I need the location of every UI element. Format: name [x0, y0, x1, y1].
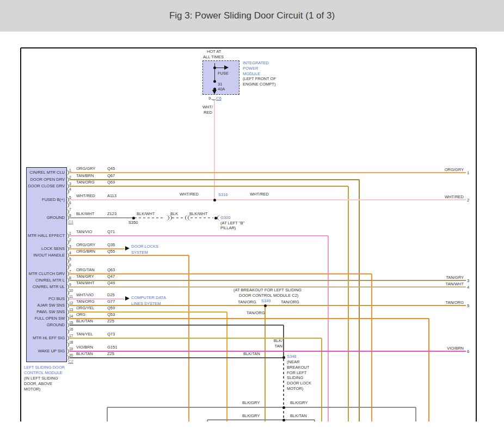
diagram-label: BLK/WHT	[76, 212, 94, 217]
diagram-label: ORG/YEL	[76, 306, 94, 311]
diagram-label: A113	[107, 194, 116, 199]
wire-blk-gry-blk-tan-bridge	[314, 420, 315, 421]
diagram-label: ENGINE COMPT)	[243, 82, 275, 87]
connector-c2-pins-number: 7	[69, 270, 71, 273]
wire-vio-brn-g151	[70, 351, 466, 352]
connector-c2-pins-number: 2	[69, 238, 71, 242]
wire-org-yel-q59	[70, 311, 227, 313]
diagram-label: BLK/TAN	[290, 414, 307, 419]
connector-c2-pins-number: 13	[69, 308, 73, 311]
computer-data-lines-system-link[interactable]: COMPUTER DATA	[131, 296, 166, 301]
diagram-label: MOTOR)	[24, 387, 40, 392]
wire-blk-tan-z25-pin15	[70, 325, 284, 326]
diagram-label: LOCK SENS	[27, 247, 65, 252]
connector-c6-link[interactable]: C6	[216, 96, 222, 101]
splice-blk-tan-dot	[282, 419, 285, 421]
connector-c2-pins-number: 5	[69, 257, 71, 261]
diagram-label: WHT/RED	[250, 192, 269, 197]
diagram-label: BLK/GRY	[242, 414, 260, 419]
exit-wire-4: 4	[467, 285, 469, 290]
connector-c2-link[interactable]: C2	[68, 359, 73, 364]
diagram-label[interactable]: POWER	[243, 66, 258, 71]
diagram-label: BLK/GRY	[290, 401, 308, 406]
diagram-label: BLK	[170, 212, 178, 217]
wire-org-q53	[428, 319, 429, 421]
connector-c2-pins-number: 18	[69, 340, 73, 344]
left-sliding-door-control-module-link[interactable]: LEFT SLIDING DOOR	[24, 365, 65, 370]
connector-c1-pins-number: 8	[69, 213, 71, 217]
diagram-label: BLK/GRY	[242, 401, 260, 406]
diagram-label: TAN/WHT	[76, 281, 95, 286]
diagram-label: BLK/WHT	[137, 212, 155, 217]
diagram-label: TAN	[272, 344, 282, 349]
diagram-label: Q35	[107, 243, 115, 248]
diagram-label[interactable]: CONTROL MODULE	[24, 371, 63, 376]
wire-org-tan-q63	[70, 273, 372, 274]
splice-s348-link[interactable]: S348	[287, 355, 297, 359]
exit-wire-5: 5	[467, 304, 469, 309]
diagram-label: MOTOR)	[287, 387, 303, 392]
diagram-label: PILLAR)	[220, 226, 236, 231]
diagram-label[interactable]: SYSTEM	[131, 250, 148, 255]
integrated-power-module-link[interactable]: INTEGRATED	[243, 61, 269, 66]
left-sliding-door-control-module-box	[26, 167, 67, 362]
connector-c2-pins-number: 10	[69, 289, 73, 292]
diagram-label: ORG/BRN	[76, 249, 95, 254]
diagram-label: Q53	[107, 313, 115, 317]
exit-wire-6: 6	[467, 350, 469, 355]
splice-s350-dot	[132, 217, 135, 219]
diagram-label: TAN/ORG	[427, 301, 464, 305]
diagram-label: IN/OUT HANDLE	[27, 253, 65, 258]
connector-c2-pins-number: 3	[69, 245, 71, 248]
splice-blk-gry-dot	[282, 406, 285, 409]
diagram-label: ORG/GRY	[76, 167, 95, 172]
exit-wire-1: 1	[467, 171, 469, 176]
frame-top	[21, 47, 476, 48]
diagram-label: BLK/	[272, 339, 282, 344]
diagram-label: Q73	[107, 332, 115, 337]
connector-c2-pins-number: 19	[69, 347, 73, 351]
wire-tan-gry-q47	[70, 280, 466, 281]
diagram-label: (LEFT FRONT OF	[243, 77, 276, 82]
diagram-label: Q71	[107, 230, 115, 235]
diagram-label: TAN/GRY	[427, 276, 464, 280]
diagram-label: G151	[107, 345, 117, 350]
wire-tan-vio-q71	[328, 236, 329, 421]
wire-org-q53	[70, 318, 429, 319]
connector-c2-pins-number: 20	[69, 353, 73, 357]
diagram-label[interactable]: LINES SYSTEM	[131, 302, 161, 307]
diagram-label: (IN LEFT SLIDING	[24, 376, 58, 381]
hot-at-all-times-label: HOT AT	[207, 50, 221, 54]
computer-data-arrow	[125, 296, 130, 301]
diagram-label: BLK/TAN	[243, 352, 260, 357]
diagram-label: Q69	[107, 180, 115, 185]
diagram-label: Q55	[107, 249, 115, 254]
connector-c2-pins-number: 9	[69, 283, 71, 286]
diagram-label: TAN/ORG	[76, 180, 95, 185]
door-locks-system-link[interactable]: DOOR LOCKS	[131, 245, 158, 249]
diagram-label: VIO/BRN	[427, 346, 464, 351]
splice-s349-link[interactable]: S349	[261, 299, 271, 304]
diagram-label: Q67	[107, 174, 115, 179]
wire-blk-dash	[172, 217, 184, 218]
door-locks-arrow	[125, 246, 130, 250]
diagram-label: ALL TIMES	[203, 55, 224, 60]
connector-c1-pins-number: 1	[69, 168, 71, 172]
diagram-label: WHT/VIO	[76, 293, 94, 298]
diagram-label: TAN/GRY	[76, 274, 94, 279]
connector-c1-link[interactable]: C1	[68, 220, 73, 225]
ground-g300-link[interactable]: G300	[220, 216, 230, 221]
frame-left	[20, 48, 21, 421]
diagram-label: CIN/REL MTR CLU	[27, 170, 65, 175]
fuse-node-top	[213, 66, 216, 69]
diagram-label: ORG/TAN	[76, 268, 95, 273]
wire-wht-red-fuse-drop	[214, 101, 215, 200]
diagram-label: PAWL SW SNS	[27, 310, 65, 315]
diagram-label: Z123	[107, 212, 116, 217]
diagram-label: CIN/REL MTR UL	[27, 285, 65, 290]
diagram-label: BREAKOUT	[287, 365, 309, 370]
diagram-label: WAKE UP SIG	[27, 349, 65, 354]
splice-s316-link[interactable]: S316	[218, 193, 228, 198]
wire-blk-wht-dash-2	[190, 217, 213, 218]
diagram-label: Q49	[107, 281, 115, 286]
